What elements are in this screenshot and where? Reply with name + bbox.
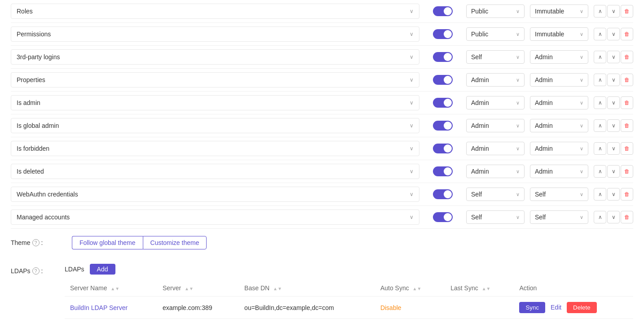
move-down-button[interactable]: ∨ (607, 51, 620, 63)
move-up-button[interactable]: ∧ (594, 28, 606, 40)
access-select-1: Immutable ∨ (530, 27, 588, 41)
chevron-down-icon: ∨ (410, 31, 414, 37)
sort-last-sync-icon[interactable]: ▲▼ (482, 286, 491, 291)
delete-button[interactable]: 🗑 (621, 165, 633, 178)
chevron-down-icon: ∨ (516, 192, 520, 197)
delete-button[interactable]: 🗑 (621, 211, 633, 223)
delete-button[interactable]: 🗑 (621, 188, 633, 201)
perm-name-6[interactable]: Is forbidden ∨ (11, 141, 419, 156)
toggle-9[interactable] (433, 212, 453, 222)
chevron-down-icon: ∨ (516, 123, 520, 129)
perm-row: Permissions ∨ Public ∨ Immutable ∨ ∧ ∨ 🗑 (11, 23, 633, 46)
toggle-7[interactable] (433, 166, 453, 176)
access-select-9: Self ∨ (530, 210, 588, 224)
toggle-5[interactable] (433, 121, 453, 131)
move-up-button[interactable]: ∧ (594, 142, 606, 155)
move-down-button[interactable]: ∨ (607, 211, 620, 223)
perm-name-3[interactable]: Properties ∨ (11, 72, 419, 87)
ldap-edit-button-0[interactable]: Edit (551, 304, 561, 311)
visibility-select-4: Admin ∨ (466, 96, 525, 109)
chevron-down-icon: ∨ (410, 77, 414, 83)
perm-name-4[interactable]: Is admin ∨ (11, 95, 419, 110)
sort-server-name-icon[interactable]: ▲▼ (110, 286, 119, 291)
ldaps-help-icon[interactable]: ? (32, 267, 40, 275)
chevron-down-icon: ∨ (410, 122, 414, 129)
customize-theme-button[interactable]: Customize theme (143, 236, 207, 249)
chevron-down-icon: ∨ (580, 54, 583, 60)
toggle-1[interactable] (433, 29, 453, 39)
ldap-sync-button-0[interactable]: Sync (519, 302, 545, 313)
toggle-2[interactable] (433, 52, 453, 62)
theme-label: Theme ? : (11, 239, 65, 246)
chevron-down-icon: ∨ (410, 8, 414, 14)
ldap-disable-link-0[interactable]: Disable (380, 304, 401, 311)
chevron-down-icon: ∨ (410, 54, 414, 60)
move-up-button[interactable]: ∧ (594, 96, 606, 109)
perm-name-5[interactable]: Is global admin ∨ (11, 118, 419, 133)
actions-cell-7: ∧ ∨ 🗑 (594, 165, 633, 178)
visibility-select-2: Self ∨ (466, 50, 525, 64)
move-up-button[interactable]: ∧ (594, 165, 606, 178)
perm-name-7[interactable]: Is deleted ∨ (11, 164, 419, 179)
perm-name-2[interactable]: 3rd-party logins ∨ (11, 49, 419, 65)
move-up-button[interactable]: ∧ (594, 119, 606, 132)
ldaps-section: LDAPs ? : LDAPs Add Server Name ▲▼ Serve (11, 257, 633, 323)
toggle-6[interactable] (433, 144, 453, 153)
ldap-last-sync-0 (445, 297, 514, 319)
ldap-add-button[interactable]: Add (90, 264, 115, 275)
toggle-cell-6 (425, 144, 461, 153)
ldap-delete-button-0[interactable]: Delete (567, 302, 597, 313)
ldap-auto-sync-0: Disable (375, 297, 445, 319)
ldaps-content: LDAPs Add Server Name ▲▼ Server ▲▼ (65, 264, 633, 319)
perm-row: 3rd-party logins ∨ Self ∨ Admin ∨ ∧ ∨ 🗑 (11, 46, 633, 69)
sort-auto-sync-icon[interactable]: ▲▼ (413, 286, 422, 291)
move-up-button[interactable]: ∧ (594, 51, 606, 63)
toggle-8[interactable] (433, 189, 453, 199)
access-select-7: Admin ∨ (530, 165, 588, 178)
delete-button[interactable]: 🗑 (621, 96, 633, 109)
actions-cell-6: ∧ ∨ 🗑 (594, 142, 633, 155)
access-select-6: Admin ∨ (530, 142, 588, 155)
delete-button[interactable]: 🗑 (621, 51, 633, 63)
chevron-down-icon: ∨ (516, 54, 520, 60)
move-up-button[interactable]: ∧ (594, 211, 606, 223)
visibility-select-1: Public ∨ (466, 27, 525, 41)
toggle-0[interactable] (433, 6, 453, 16)
perm-name-8[interactable]: WebAuthn credentials ∨ (11, 187, 419, 202)
move-up-button[interactable]: ∧ (594, 74, 606, 86)
delete-button[interactable]: 🗑 (621, 119, 633, 132)
delete-button[interactable]: 🗑 (621, 74, 633, 86)
move-down-button[interactable]: ∨ (607, 165, 620, 178)
move-up-button[interactable]: ∧ (594, 5, 606, 17)
ldap-actions-0: Sync Edit Delete (514, 297, 633, 319)
move-down-button[interactable]: ∨ (607, 74, 620, 86)
perm-name-1[interactable]: Permissions ∨ (11, 26, 419, 42)
visibility-select-9: Self ∨ (466, 210, 525, 224)
sort-server-icon[interactable]: ▲▼ (185, 286, 194, 291)
move-down-button[interactable]: ∨ (607, 5, 620, 17)
toggle-cell-7 (425, 166, 461, 176)
perm-name-9[interactable]: Managed accounts ∨ (11, 210, 419, 225)
theme-help-icon[interactable]: ? (32, 239, 40, 246)
toggle-4[interactable] (433, 98, 453, 108)
ldap-server-link-0[interactable]: BuildIn LDAP Server (70, 304, 128, 311)
perm-name-0[interactable]: Roles ∨ (11, 4, 419, 19)
move-down-button[interactable]: ∨ (607, 119, 620, 132)
ldap-table: Server Name ▲▼ Server ▲▼ Base DN ▲▼ Au (65, 280, 633, 319)
chevron-down-icon: ∨ (580, 146, 583, 152)
toggle-cell-2 (425, 52, 461, 62)
chevron-down-icon: ∨ (580, 192, 583, 197)
follow-global-theme-button[interactable]: Follow global theme (72, 236, 143, 249)
perm-row: Roles ∨ Public ∨ Immutable ∨ ∧ ∨ 🗑 (11, 0, 633, 23)
delete-button[interactable]: 🗑 (621, 28, 633, 40)
move-up-button[interactable]: ∧ (594, 188, 606, 201)
delete-button[interactable]: 🗑 (621, 5, 633, 17)
move-down-button[interactable]: ∨ (607, 28, 620, 40)
toggle-3[interactable] (433, 75, 453, 85)
move-down-button[interactable]: ∨ (607, 188, 620, 201)
move-down-button[interactable]: ∨ (607, 96, 620, 109)
actions-cell-4: ∧ ∨ 🗑 (594, 96, 633, 109)
move-down-button[interactable]: ∨ (607, 142, 620, 155)
delete-button[interactable]: 🗑 (621, 142, 633, 155)
sort-base-dn-icon[interactable]: ▲▼ (273, 286, 282, 291)
